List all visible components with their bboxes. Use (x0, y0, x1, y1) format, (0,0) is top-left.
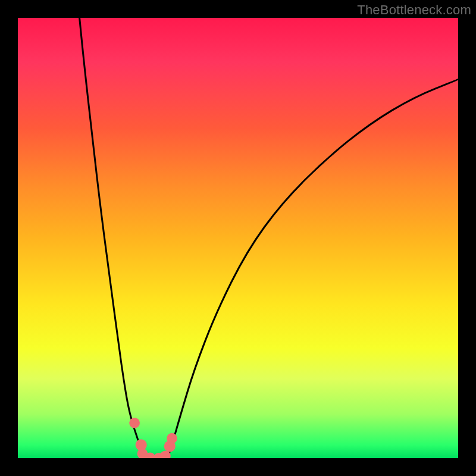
plot-area (18, 18, 458, 458)
series-left-branch (80, 18, 146, 458)
marker-7 (167, 433, 177, 444)
curve-svg (18, 18, 458, 458)
chart-frame: TheBottleneck.com (0, 0, 476, 476)
curve-layer (80, 18, 458, 458)
series-right-branch (168, 80, 458, 458)
attribution-text: TheBottleneck.com (357, 2, 471, 18)
marker-0 (129, 418, 140, 428)
